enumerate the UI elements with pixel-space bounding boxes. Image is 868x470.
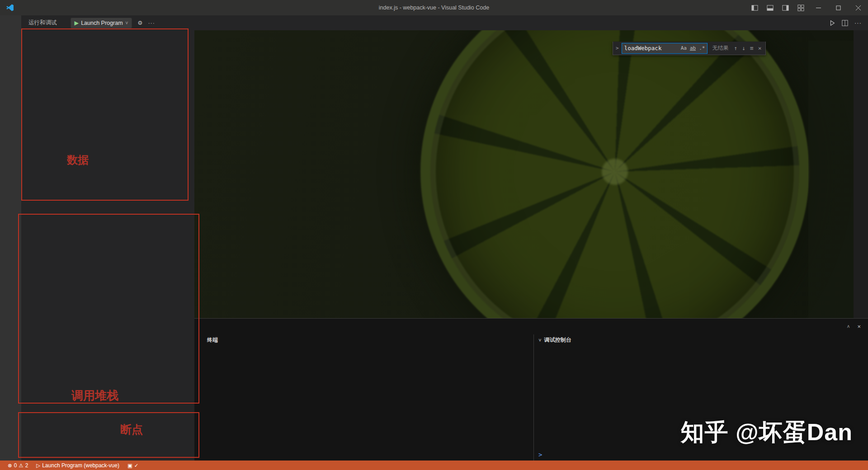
layout-sidebar-icon[interactable] — [747, 0, 762, 15]
regex-icon[interactable]: .* — [699, 45, 705, 51]
find-in-selection-icon[interactable]: ≡ — [749, 45, 755, 52]
close-panel-icon[interactable]: × — [857, 323, 861, 330]
code-editor[interactable]: > loadWebpack Aa ab .* 无结果 ↑ ↓ ≡ × — [194, 41, 868, 318]
debug-console-input[interactable]: > — [538, 451, 542, 458]
find-previous-icon[interactable]: ↑ — [733, 45, 738, 52]
breadcrumb[interactable] — [194, 30, 854, 41]
launch-configuration-dropdown[interactable]: ▶ Launch Program > — [71, 18, 132, 28]
maximize-button[interactable] — [828, 0, 848, 15]
find-result-count: 无结果 — [710, 44, 730, 52]
find-expand-icon[interactable]: > — [616, 45, 619, 51]
error-icon: ⊗ — [8, 462, 12, 469]
split-editor-icon[interactable] — [842, 20, 848, 26]
problems-indicator[interactable]: ⊗0 ⚠2 — [5, 462, 31, 469]
maximize-panel-icon[interactable]: > — [845, 325, 852, 328]
debug-console-header[interactable]: > 调试控制台 — [534, 334, 868, 347]
layout-sidebar-right-icon[interactable] — [778, 0, 793, 15]
terminal-section-header[interactable]: 终端 — [194, 334, 533, 347]
customize-layout-icon[interactable] — [793, 0, 808, 15]
panel-tab-bar: > × — [194, 319, 868, 334]
close-button[interactable] — [848, 0, 868, 15]
watermark: 知乎 @坏蛋Dan — [681, 417, 853, 448]
find-next-icon[interactable]: ↓ — [741, 45, 746, 52]
start-debug-icon[interactable]: ▶ — [75, 19, 79, 26]
activity-bar — [0, 15, 21, 461]
warning-icon: ⚠ — [19, 462, 23, 469]
more-actions-icon[interactable]: ··· — [854, 19, 862, 26]
vscode-logo — [5, 3, 14, 12]
debug-icon: ▷ — [36, 462, 40, 469]
find-input[interactable]: loadWebpack Aa ab .* — [622, 43, 708, 54]
sidebar-title: 运行和调试 — [28, 19, 57, 27]
run-file-icon[interactable] — [829, 20, 835, 26]
chevron-down-icon: > — [537, 338, 543, 342]
terminal[interactable]: 终端 — [194, 334, 533, 461]
minimap[interactable] — [808, 41, 854, 318]
status-misc-icons[interactable]: ▣✓ — [124, 462, 142, 469]
overview-ruler — [854, 41, 868, 318]
more-actions-icon[interactable]: ··· — [148, 20, 155, 26]
close-find-icon[interactable]: × — [757, 45, 763, 52]
title-bar: index.js - webpack-vue - Visual Studio C… — [0, 0, 868, 15]
match-case-icon[interactable]: Aa — [681, 45, 687, 51]
window-title: index.js - webpack-vue - Visual Studio C… — [379, 0, 489, 15]
editor-tab-bar: ··· — [194, 15, 868, 30]
layout-panel-icon[interactable] — [762, 0, 778, 15]
status-bar: ⊗0 ⚠2 ▷ Launch Program (webpack-vue) ▣✓ — [0, 461, 868, 470]
debug-sidebar: 运行和调试 ▶ Launch Program > ⚙ ··· — [21, 15, 194, 461]
debug-session-indicator[interactable]: ▷ Launch Program (webpack-vue) — [33, 462, 123, 469]
find-widget: > loadWebpack Aa ab .* 无结果 ↑ ↓ ≡ × — [613, 42, 766, 55]
debug-settings-gear-icon[interactable]: ⚙ — [137, 19, 142, 26]
minimize-button[interactable] — [808, 0, 828, 15]
whole-word-icon[interactable]: ab — [690, 45, 696, 51]
chevron-down-icon: > — [123, 21, 129, 24]
